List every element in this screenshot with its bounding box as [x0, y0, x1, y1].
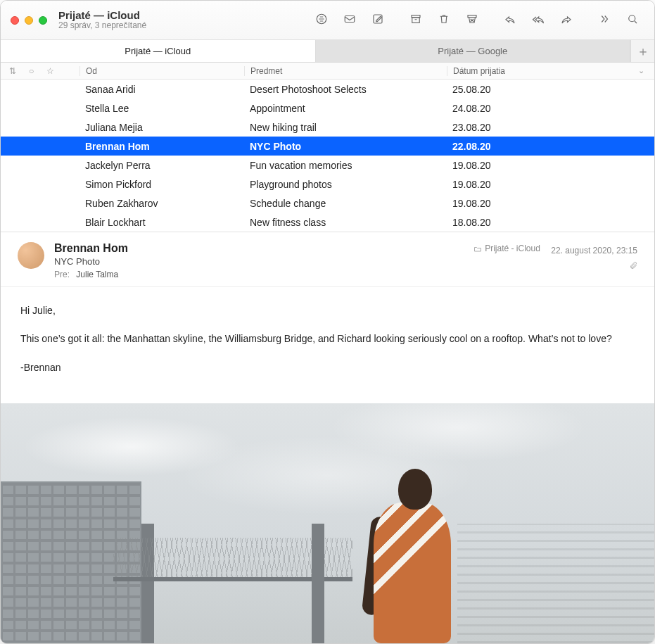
row-from: Blair Lockhart [80, 217, 244, 228]
row-subject: New fitness class [244, 217, 447, 228]
reply-all-button[interactable] [526, 11, 550, 30]
row-subject: NYC Photo [244, 141, 447, 152]
message-list[interactable]: Sanaa AridiDesert Photoshoot Selects25.0… [1, 80, 654, 232]
envelope-icon [343, 13, 356, 27]
body-signature: -Brennan [20, 360, 635, 375]
row-date: 19.08.20 [447, 179, 654, 190]
message-row[interactable]: Stella LeeAppointment24.08.20 [1, 99, 654, 118]
archive-button[interactable] [404, 11, 428, 30]
row-subject: Playground photos [244, 179, 447, 190]
preview-to: Pre: Julie Talma [54, 270, 464, 279]
unread-col-icon[interactable]: ○ [29, 66, 34, 76]
message-row[interactable]: Juliana MejiaNew hiking trail23.08.20 [1, 118, 654, 137]
row-subject: Appointment [244, 103, 447, 114]
plus-icon: ＋ [637, 43, 649, 60]
compose-button[interactable] [366, 11, 390, 30]
message-row[interactable]: Simon PickfordPlayground photos19.08.20 [1, 175, 654, 194]
window-controls [11, 16, 47, 25]
row-subject: Fun vacation memories [244, 160, 447, 171]
chevron-down-icon: ⌄ [638, 66, 644, 75]
row-from: Brennan Hom [80, 141, 244, 152]
titlebar: Prijaté — iCloud 29 správ, 3 neprečítané [1, 1, 654, 40]
column-subject[interactable]: Predmet [244, 66, 447, 76]
message-row[interactable]: Brennan HomNYC Photo22.08.20 [1, 137, 654, 156]
message-row[interactable]: Blair LockhartNew fitness class18.08.20 [1, 213, 654, 232]
row-from: Simon Pickford [80, 179, 244, 190]
message-row[interactable]: Sanaa AridiDesert Photoshoot Selects25.0… [1, 80, 654, 99]
svg-rect-1 [345, 16, 355, 23]
column-date-label: Dátum prijatia [453, 66, 505, 76]
preview-datetime: 22. august 2020, 23:15 [551, 246, 637, 255]
mark-read-button[interactable] [338, 11, 362, 30]
row-date: 18.08.20 [447, 217, 654, 228]
reply-icon [504, 13, 516, 27]
preview-pane: Brennan Hom NYC Photo Pre: Julie Talma P… [1, 232, 654, 643]
title-block: Prijaté — iCloud 29 správ, 3 neprečítané [58, 9, 185, 31]
new-tab-button[interactable]: ＋ [630, 40, 654, 62]
paperclip-icon [629, 261, 637, 270]
svg-point-6 [629, 15, 635, 22]
forward-icon [560, 13, 573, 27]
reply-button[interactable] [498, 11, 522, 30]
mailbox-tabs: Prijaté — iCloud Prijaté — Google ＋ [1, 40, 654, 63]
flag-col-icon[interactable]: ☆ [46, 66, 54, 76]
row-from: Ruben Zakharov [80, 198, 244, 209]
row-from: Stella Lee [80, 103, 244, 114]
tab-label: Prijaté — Google [438, 46, 507, 56]
mail-window: Prijaté — iCloud 29 správ, 3 neprečítané [0, 0, 655, 644]
folder-label: Prijaté - iCloud [485, 242, 540, 255]
message-row[interactable]: Ruben ZakharovSchedule change19.08.20 [1, 194, 654, 213]
message-row[interactable]: Jackelyn PerraFun vacation memories19.08… [1, 156, 654, 175]
preview-header: Brennan Hom NYC Photo Pre: Julie Talma P… [1, 232, 654, 287]
column-headers: ⇅ ○ ☆ Od Predmet Dátum prijatia ⌄ [1, 63, 654, 80]
folder-icon [473, 245, 482, 253]
delete-button[interactable] [432, 11, 456, 30]
search-icon [626, 13, 639, 27]
archive-icon [409, 13, 422, 27]
more-button[interactable] [592, 11, 616, 30]
reply-all-icon [532, 13, 545, 27]
row-date: 23.08.20 [447, 122, 654, 133]
to-label: Pre: [54, 270, 70, 279]
avatar[interactable] [18, 242, 44, 269]
preview-meta: Prijaté - iCloud 22. august 2020, 23:15 [473, 242, 637, 279]
row-date: 22.08.20 [447, 141, 654, 152]
preview-from: Brennan Hom [54, 242, 464, 255]
column-date[interactable]: Dátum prijatia ⌄ [447, 66, 654, 76]
attachment-indicator[interactable] [473, 260, 637, 274]
toolbar [185, 11, 644, 30]
row-date: 25.08.20 [447, 84, 654, 95]
svg-rect-5 [468, 15, 476, 18]
row-date: 19.08.20 [447, 198, 654, 209]
close-window-button[interactable] [11, 16, 19, 25]
svg-rect-4 [412, 18, 420, 23]
window-subtitle: 29 správ, 3 neprečítané [58, 21, 185, 31]
preview-folder[interactable]: Prijaté - iCloud [473, 242, 540, 255]
zoom-window-button[interactable] [39, 16, 47, 25]
tab-icloud[interactable]: Prijaté — iCloud [1, 40, 316, 62]
row-from: Sanaa Aridi [80, 84, 244, 95]
filter-button[interactable] [310, 11, 333, 30]
to-name[interactable]: Julie Talma [76, 270, 118, 279]
preview-body: Hi Julie, This one’s got it all: the Man… [1, 287, 654, 403]
tab-google[interactable]: Prijaté — Google [316, 40, 631, 62]
row-subject: Schedule change [244, 198, 447, 209]
body-paragraph: This one’s got it all: the Manhattan sky… [20, 331, 635, 346]
chevrons-icon [598, 13, 611, 27]
minimize-window-button[interactable] [25, 16, 33, 25]
tab-label: Prijaté — iCloud [125, 46, 191, 56]
row-from: Juliana Mejia [80, 122, 244, 133]
attachment-image[interactable] [1, 403, 654, 643]
search-button[interactable] [621, 11, 644, 30]
trash-icon [438, 13, 450, 27]
row-subject: New hiking trail [244, 122, 447, 133]
window-title: Prijaté — iCloud [58, 9, 185, 21]
compose-icon [371, 13, 384, 27]
preview-subject: NYC Photo [54, 256, 464, 267]
junk-icon [466, 13, 478, 27]
column-from[interactable]: Od [80, 66, 244, 76]
body-greeting: Hi Julie, [20, 303, 635, 318]
sort-icon[interactable]: ⇅ [9, 66, 16, 76]
forward-button[interactable] [554, 11, 578, 30]
junk-button[interactable] [460, 11, 484, 30]
